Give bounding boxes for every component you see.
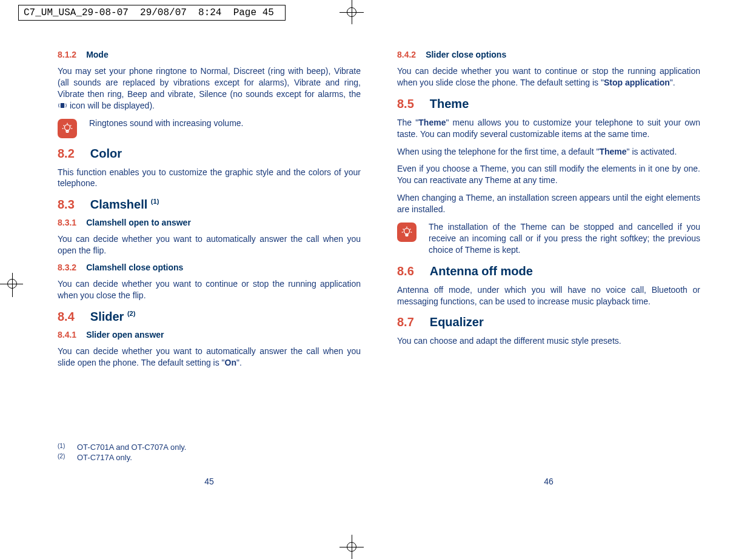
section-8-7-body: You can choose and adapt the different m… (397, 335, 700, 347)
section-title: Clamshell open to answer (86, 218, 191, 227)
note-text: The installation of the Theme can be sto… (429, 221, 700, 256)
section-number: 8.4.1 (58, 330, 76, 340)
section-8-2-body: This function enables you to customize t… (58, 167, 361, 190)
registration-mark-top (336, 0, 367, 24)
section-8-5-p3: Even if you choose a Theme, you can stil… (397, 163, 700, 186)
section-title: Equalizer (430, 315, 484, 329)
section-number: 8.2 (58, 147, 75, 160)
section-8-5-p4: When changing a Theme, an installation s… (397, 192, 700, 215)
section-number: 8.4 (58, 310, 75, 323)
page-46: 8.4.2Slider close options You can decide… (397, 50, 700, 498)
note-ringtones: Ringtones sound with increasing volume. (58, 118, 361, 138)
print-job-header: C7_UM_USA_29-08-07 29/08/07 8:24 Page 45 (18, 5, 286, 21)
section-8-5-heading: 8.5Theme (397, 97, 700, 111)
note-theme-install: The installation of the Theme can be sto… (397, 221, 700, 256)
section-8-3-1-heading: 8.3.1Clamshell open to answer (58, 218, 361, 227)
section-8-3-heading: 8.3Clamshell (1) (58, 198, 361, 212)
section-8-6-heading: 8.6Antenna off mode (397, 264, 700, 278)
section-number: 8.3.2 (58, 263, 76, 272)
section-number: 8.3 (58, 198, 75, 211)
page-number-46: 46 (397, 477, 700, 486)
tip-icon (397, 223, 416, 242)
section-title: Clamshell close options (86, 263, 183, 272)
section-number: 8.5 (397, 97, 414, 110)
section-8-4-1-heading: 8.4.1Slider open answer (58, 330, 361, 340)
section-number: 8.7 (397, 315, 414, 329)
section-8-1-2-body: You may set your phone ringtone to Norma… (58, 65, 361, 112)
registration-mark-left (0, 273, 24, 297)
section-8-5-p1: The "Theme" menu allows you to customize… (397, 117, 700, 140)
section-8-7-heading: 8.7Equalizer (397, 315, 700, 329)
footnote-1: (1) OT-C701A and OT-C707A only. (58, 443, 186, 452)
section-title: Slider (90, 310, 127, 323)
section-8-6-body: Antenna off mode, under which you will h… (397, 284, 700, 307)
section-8-3-1-body: You can decide whether you want to autom… (58, 233, 361, 256)
print-job-text: C7_UM_USA_29-08-07 29/08/07 8:24 Page 45 (19, 5, 279, 20)
section-8-4-1-body: You can decide whether you want to autom… (58, 346, 361, 369)
section-title: Mode (86, 50, 109, 59)
footnote-number: (2) (58, 453, 66, 462)
page-number-45: 45 (58, 477, 361, 486)
section-title: Antenna off mode (430, 264, 533, 278)
section-8-4-heading: 8.4Slider (2) (58, 310, 361, 324)
section-number: 8.3.1 (58, 218, 76, 227)
section-number: 8.1.2 (58, 50, 76, 59)
section-8-4-2-heading: 8.4.2Slider close options (397, 50, 700, 59)
section-title: Color (90, 147, 122, 160)
footnote-ref-1: (1) (151, 198, 159, 206)
svg-point-1 (64, 124, 70, 130)
note-text: Ringtones sound with increasing volume. (89, 118, 243, 129)
footnote-text: OT-C701A and OT-C707A only. (77, 443, 186, 452)
svg-rect-0 (61, 103, 64, 108)
page-spread: 8.1.2Mode You may set your phone rington… (58, 50, 700, 498)
section-title: Clamshell (90, 198, 151, 211)
svg-point-2 (404, 229, 409, 234)
section-title: Slider close options (426, 50, 506, 59)
section-title: Slider open answer (86, 330, 164, 340)
page-45: 8.1.2Mode You may set your phone rington… (58, 50, 361, 498)
section-8-2-heading: 8.2Color (58, 147, 361, 161)
vibrate-icon (58, 101, 67, 110)
footnote-ref-2: (2) (127, 310, 135, 317)
section-number: 8.4.2 (397, 50, 416, 59)
section-8-1-2-heading: 8.1.2Mode (58, 50, 361, 59)
section-title: Theme (430, 97, 469, 110)
section-number: 8.6 (397, 264, 414, 278)
section-8-3-2-body: You can decide whether you want to conti… (58, 278, 361, 301)
footnote-2: (2) OT-C717A only. (58, 453, 186, 462)
footnote-text: OT-C717A only. (77, 453, 132, 462)
tip-icon (58, 119, 77, 138)
footnotes: (1) OT-C701A and OT-C707A only. (2) OT-C… (58, 443, 186, 463)
section-8-4-2-body: You can decide whether you want to conti… (397, 65, 700, 89)
registration-mark-bottom (336, 535, 367, 559)
footnote-number: (1) (58, 443, 66, 452)
section-8-5-p2: When using the telephone for the first t… (397, 146, 700, 158)
section-8-3-2-heading: 8.3.2Clamshell close options (58, 263, 361, 272)
